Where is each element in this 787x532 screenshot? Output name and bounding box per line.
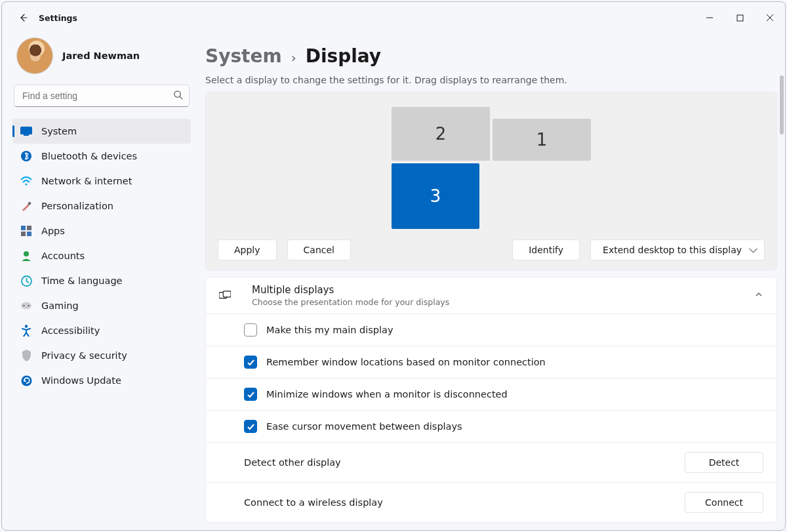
nav-list: System Bluetooth & devices Network & int… bbox=[12, 119, 191, 393]
svg-rect-7 bbox=[21, 226, 26, 230]
breadcrumb-current: Display bbox=[306, 45, 381, 67]
row-detect-display: Detect other display Detect bbox=[206, 443, 777, 483]
window-controls bbox=[695, 7, 785, 28]
svg-rect-10 bbox=[27, 232, 31, 236]
sidebar-item-accounts[interactable]: Accounts bbox=[12, 243, 191, 268]
window-title: Settings bbox=[39, 13, 77, 23]
titlebar: Settings bbox=[2, 2, 785, 33]
svg-point-14 bbox=[23, 305, 24, 306]
sidebar-item-label: Personalization bbox=[41, 201, 113, 211]
sidebar-item-gaming[interactable]: Gaming bbox=[12, 293, 191, 318]
display-3[interactable]: 3 bbox=[392, 163, 479, 229]
bluetooth-icon bbox=[20, 150, 32, 162]
maximize-button[interactable] bbox=[725, 7, 755, 28]
network-icon bbox=[20, 175, 32, 187]
display-mode-dropdown[interactable]: Extend desktop to this display bbox=[590, 239, 765, 260]
privacy-icon bbox=[20, 350, 32, 361]
sidebar-item-label: Apps bbox=[41, 226, 65, 236]
svg-point-11 bbox=[24, 251, 29, 256]
settings-window: Settings Jared Newman bbox=[1, 1, 786, 531]
option-ease-cursor: Ease cursor movement between displays bbox=[206, 411, 777, 443]
sidebar-item-personalization[interactable]: Personalization bbox=[12, 194, 191, 218]
sidebar-item-privacy[interactable]: Privacy & security bbox=[12, 343, 191, 368]
apply-button[interactable]: Apply bbox=[218, 239, 277, 260]
svg-point-5 bbox=[26, 184, 28, 186]
checkbox-minimize-windows[interactable] bbox=[244, 388, 257, 401]
sidebar-item-windows-update[interactable]: Windows Update bbox=[12, 368, 191, 393]
accessibility-icon bbox=[20, 325, 32, 337]
display-arrange-card: 2 1 3 Apply Cancel Identify Extend deskt… bbox=[205, 92, 777, 270]
sidebar-item-accessibility[interactable]: Accessibility bbox=[12, 318, 191, 343]
sidebar-item-apps[interactable]: Apps bbox=[12, 218, 191, 243]
display-2[interactable]: 2 bbox=[392, 107, 490, 161]
option-label: Ease cursor movement between displays bbox=[266, 421, 462, 432]
chevron-up-icon bbox=[754, 290, 763, 301]
display-arrangement[interactable]: 2 1 3 bbox=[218, 92, 765, 230]
svg-rect-3 bbox=[24, 134, 29, 136]
search-input[interactable] bbox=[14, 85, 190, 107]
sidebar-item-label: Windows Update bbox=[41, 375, 121, 386]
cancel-button[interactable]: Cancel bbox=[287, 239, 351, 260]
user-block[interactable]: Jared Newman bbox=[16, 37, 191, 74]
personalization-icon bbox=[20, 200, 32, 212]
display-1[interactable]: 1 bbox=[493, 119, 591, 161]
scrollbar[interactable] bbox=[780, 75, 784, 134]
detect-button[interactable]: Detect bbox=[685, 452, 763, 473]
sidebar: Jared Newman System bbox=[2, 33, 199, 530]
option-label: Minimize windows when a monitor is disco… bbox=[266, 389, 508, 399]
connect-button[interactable]: Connect bbox=[685, 492, 763, 513]
close-button[interactable] bbox=[755, 7, 785, 28]
arrow-left-icon bbox=[18, 12, 28, 23]
apps-icon bbox=[20, 225, 32, 237]
sidebar-item-label: Gaming bbox=[41, 300, 79, 311]
sidebar-item-label: Accessibility bbox=[41, 325, 100, 336]
svg-point-15 bbox=[28, 305, 29, 306]
multiple-displays-icon bbox=[219, 290, 231, 302]
back-button[interactable] bbox=[12, 7, 33, 28]
breadcrumb-parent[interactable]: System bbox=[205, 45, 282, 67]
option-remember-locations: Remember window locations based on monit… bbox=[206, 346, 777, 379]
panel-title: Multiple displays bbox=[252, 284, 449, 296]
sidebar-item-time-language[interactable]: Time & language bbox=[12, 268, 191, 293]
chevron-right-icon: › bbox=[291, 50, 296, 66]
minimize-button[interactable] bbox=[695, 7, 725, 28]
checkbox-ease-cursor[interactable] bbox=[244, 420, 257, 433]
multiple-displays-header[interactable]: Multiple displays Choose the presentatio… bbox=[206, 277, 777, 314]
checkbox-main-display[interactable] bbox=[244, 323, 257, 337]
user-name: Jared Newman bbox=[62, 51, 140, 61]
svg-rect-9 bbox=[21, 232, 26, 236]
search-field[interactable] bbox=[14, 85, 190, 107]
breadcrumb: System › Display bbox=[205, 45, 777, 67]
option-label: Remember window locations based on monit… bbox=[266, 357, 546, 367]
sidebar-item-label: Bluetooth & devices bbox=[41, 151, 137, 161]
sidebar-item-network[interactable]: Network & internet bbox=[12, 169, 191, 194]
panel-desc: Choose the presentation mode for your di… bbox=[252, 297, 449, 307]
search-icon bbox=[173, 90, 183, 102]
sidebar-item-label: Time & language bbox=[41, 276, 123, 286]
gaming-icon bbox=[20, 300, 32, 312]
arrange-button-row: Apply Cancel Identify Extend desktop to … bbox=[218, 239, 765, 260]
option-main-display: Make this my main display bbox=[206, 314, 777, 346]
sidebar-item-label: Accounts bbox=[41, 251, 85, 261]
row-wireless-display: Connect to a wireless display Connect bbox=[206, 483, 777, 522]
svg-point-13 bbox=[21, 302, 31, 310]
system-icon bbox=[20, 125, 32, 137]
sidebar-item-label: Network & internet bbox=[41, 176, 132, 186]
svg-point-16 bbox=[25, 325, 28, 327]
row-label: Detect other display bbox=[244, 457, 341, 468]
sidebar-item-system[interactable]: System bbox=[12, 119, 191, 144]
maximize-icon bbox=[737, 14, 744, 22]
windows-update-icon bbox=[20, 375, 32, 386]
multiple-displays-panel: Multiple displays Choose the presentatio… bbox=[205, 277, 777, 523]
sidebar-item-label: Privacy & security bbox=[41, 350, 127, 361]
identify-button[interactable]: Identify bbox=[512, 239, 580, 260]
svg-rect-0 bbox=[737, 15, 743, 21]
svg-point-1 bbox=[174, 91, 180, 97]
sidebar-item-bluetooth[interactable]: Bluetooth & devices bbox=[12, 144, 191, 169]
check-icon bbox=[247, 390, 255, 399]
time-language-icon bbox=[20, 275, 32, 287]
display-mode-label: Extend desktop to this display bbox=[603, 245, 742, 255]
row-label: Connect to a wireless display bbox=[244, 497, 383, 508]
main-content: System › Display Select a display to cha… bbox=[199, 33, 785, 530]
checkbox-remember-locations[interactable] bbox=[244, 356, 257, 369]
